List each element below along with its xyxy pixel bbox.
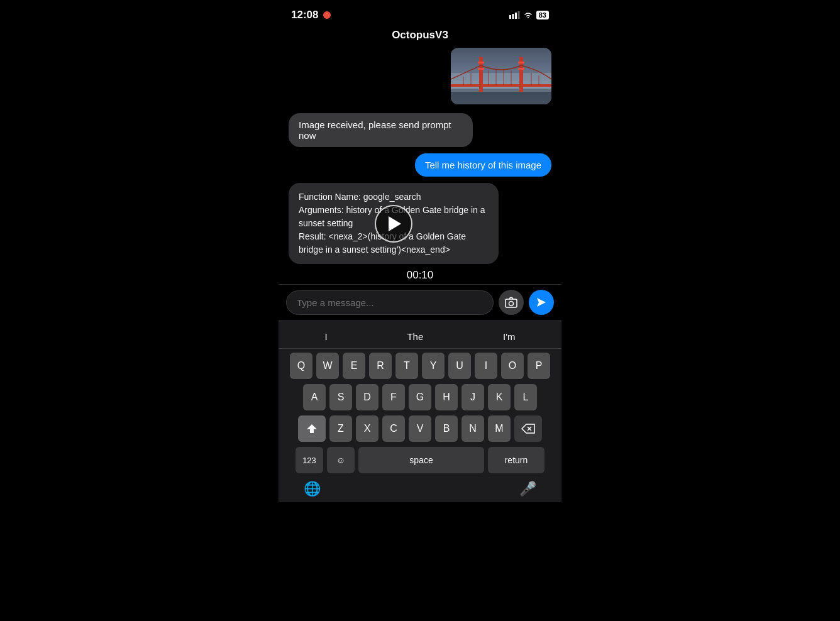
key-emoji[interactable]: ☺	[327, 447, 355, 473]
key-N[interactable]: N	[461, 415, 484, 442]
key-row-2: A S D F G H J K L	[281, 384, 559, 410]
bridge-svg	[451, 48, 551, 104]
backspace-icon	[521, 424, 535, 434]
svg-rect-3	[517, 11, 519, 19]
timer-text: 00:10	[407, 269, 434, 282]
timer-display: 00:10	[279, 264, 561, 284]
keyboard: I The I'm Q W E R T Y U I O P A S D	[279, 320, 561, 502]
svg-rect-11	[518, 62, 524, 63]
image-container	[289, 48, 551, 104]
play-button[interactable]	[375, 205, 412, 243]
function-result-bubble: Function Name: google_search Arguments: …	[289, 183, 499, 264]
user-message-bubble: Tell me history of this image	[415, 153, 551, 177]
key-C[interactable]: C	[382, 415, 405, 442]
key-M[interactable]: M	[488, 415, 511, 442]
key-W[interactable]: W	[316, 353, 339, 379]
key-space[interactable]: space	[358, 447, 484, 473]
shift-icon	[306, 424, 318, 434]
key-backspace[interactable]	[514, 415, 542, 442]
svg-rect-0	[509, 15, 511, 19]
svg-point-23	[509, 302, 514, 306]
key-row-1: Q W E R T Y U I O P	[281, 353, 559, 379]
svg-rect-10	[478, 68, 484, 70]
send-button[interactable]	[529, 290, 554, 315]
user-message-container: Tell me history of this image	[289, 153, 551, 177]
key-Y[interactable]: Y	[422, 353, 445, 379]
key-H[interactable]: H	[435, 384, 458, 410]
autocomplete-word-2[interactable]: The	[399, 329, 431, 344]
key-P[interactable]: P	[528, 353, 550, 379]
key-O[interactable]: O	[501, 353, 524, 379]
key-G[interactable]: G	[409, 384, 431, 410]
key-R[interactable]: R	[369, 353, 392, 379]
key-V[interactable]: V	[409, 415, 431, 442]
play-icon	[389, 216, 401, 231]
camera-icon	[505, 297, 517, 308]
bottom-bar: 🌐 🎤	[279, 475, 561, 502]
key-B[interactable]: B	[435, 415, 458, 442]
recording-dot	[323, 11, 331, 19]
key-F[interactable]: F	[382, 384, 405, 410]
key-Q[interactable]: Q	[290, 353, 312, 379]
autocomplete-word-3[interactable]: I'm	[495, 329, 523, 344]
key-row-3: Z X C V B N M	[281, 415, 559, 442]
key-shift[interactable]	[298, 415, 326, 442]
svg-rect-13	[451, 84, 551, 87]
svg-rect-6	[451, 73, 551, 92]
key-Z[interactable]: Z	[329, 415, 352, 442]
key-E[interactable]: E	[343, 353, 365, 379]
signal-icon	[509, 11, 520, 19]
key-D[interactable]: D	[356, 384, 379, 410]
system-message-bubble: Image received, please send prompt now	[289, 113, 473, 147]
chat-area: Image received, please send prompt now T…	[279, 48, 561, 264]
mic-icon[interactable]: 🎤	[519, 481, 536, 497]
status-icons: 83	[509, 11, 549, 19]
key-U[interactable]: U	[448, 353, 471, 379]
svg-rect-1	[512, 14, 514, 19]
key-I[interactable]: I	[475, 353, 497, 379]
function-result-container: Function Name: google_search Arguments: …	[289, 183, 551, 264]
app-title: OctopusV3	[279, 25, 561, 48]
send-icon	[536, 297, 547, 308]
status-bar: 12:08 83	[279, 0, 561, 25]
key-L[interactable]: L	[514, 384, 537, 410]
bridge-image-thumb	[451, 48, 551, 104]
key-A[interactable]: A	[303, 384, 326, 410]
key-row-4: 123 ☺ space return	[281, 447, 559, 473]
function-name: Function Name: google_search	[299, 190, 489, 204]
key-rows: Q W E R T Y U I O P A S D F G H J K	[279, 349, 561, 475]
autocomplete-row: I The I'm	[279, 325, 561, 349]
svg-rect-2	[515, 13, 517, 19]
wifi-icon	[523, 11, 533, 19]
key-T[interactable]: T	[395, 353, 418, 379]
key-S[interactable]: S	[329, 384, 352, 410]
camera-button[interactable]	[499, 290, 524, 315]
key-return[interactable]: return	[488, 447, 544, 473]
key-K[interactable]: K	[488, 384, 511, 410]
system-message-container: Image received, please send prompt now	[289, 113, 551, 147]
message-input[interactable]	[286, 290, 494, 315]
svg-rect-9	[478, 62, 484, 63]
svg-rect-12	[518, 68, 524, 70]
globe-icon[interactable]: 🌐	[304, 481, 321, 497]
battery-level: 83	[536, 11, 549, 19]
autocomplete-word-1[interactable]: I	[317, 329, 334, 344]
key-X[interactable]: X	[356, 415, 379, 442]
input-area	[279, 284, 561, 320]
key-J[interactable]: J	[461, 384, 484, 410]
key-numbers[interactable]: 123	[296, 447, 323, 473]
status-time: 12:08	[291, 9, 318, 21]
